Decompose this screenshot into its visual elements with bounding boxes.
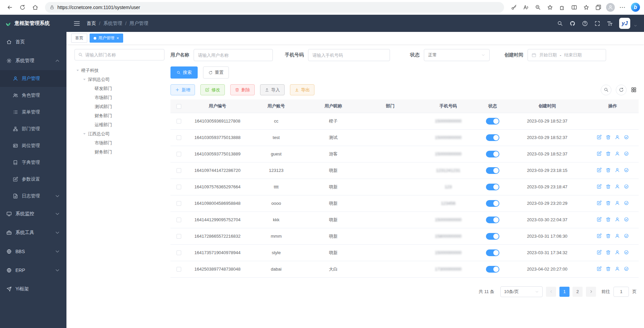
reset-password-icon[interactable] bbox=[615, 135, 620, 140]
tree-node[interactable]: 运维部门 bbox=[75, 120, 164, 129]
edit-icon[interactable] bbox=[597, 217, 602, 222]
favorites-star-icon[interactable] bbox=[544, 2, 556, 13]
reset-password-icon[interactable] bbox=[615, 184, 620, 189]
status-toggle[interactable] bbox=[486, 249, 499, 256]
date-range-picker[interactable]: 开始日期 - 结束日期 bbox=[528, 49, 606, 61]
delete-button[interactable]: 删除 bbox=[230, 84, 255, 95]
row-checkbox[interactable] bbox=[177, 267, 181, 272]
sidebar-item-yi-framework[interactable]: Yi框架 bbox=[0, 280, 66, 298]
username-input[interactable] bbox=[194, 49, 273, 61]
sidebar-item-role-mgmt[interactable]: 角色管理 bbox=[0, 87, 66, 104]
reset-password-icon[interactable] bbox=[615, 217, 620, 222]
reset-button[interactable]: 重置 bbox=[203, 66, 229, 79]
sidebar-item-tools[interactable]: 系统工具 bbox=[0, 223, 66, 242]
github-icon[interactable] bbox=[569, 20, 576, 27]
assign-role-icon[interactable] bbox=[624, 184, 629, 189]
status-toggle[interactable] bbox=[486, 217, 499, 223]
dept-search-input[interactable] bbox=[85, 52, 161, 57]
assign-role-icon[interactable] bbox=[624, 168, 629, 173]
row-checkbox[interactable] bbox=[177, 185, 181, 189]
import-button[interactable]: 导入 bbox=[260, 84, 285, 95]
reset-password-icon[interactable] bbox=[615, 200, 620, 205]
assign-role-icon[interactable] bbox=[624, 250, 629, 255]
tree-node[interactable]: 江西总公司 bbox=[75, 129, 164, 138]
sidebar-item-dept-mgmt[interactable]: 部门管理 bbox=[0, 121, 66, 137]
page-size-select[interactable]: 10条/页 bbox=[500, 286, 543, 297]
row-checkbox[interactable] bbox=[177, 168, 181, 173]
zoom-icon[interactable] bbox=[532, 2, 544, 13]
browser-profile-avatar[interactable] bbox=[606, 3, 615, 12]
font-size-icon[interactable] bbox=[607, 20, 613, 27]
edit-icon[interactable] bbox=[597, 168, 602, 173]
fullscreen-icon[interactable] bbox=[594, 20, 600, 27]
tree-node[interactable]: 研发部门 bbox=[75, 84, 164, 93]
row-checkbox[interactable] bbox=[177, 119, 181, 124]
page-number-button[interactable]: 1 bbox=[559, 287, 569, 297]
favorites-bar-icon[interactable] bbox=[581, 2, 592, 13]
assign-role-icon[interactable] bbox=[624, 135, 629, 140]
tree-node[interactable]: 财务部门 bbox=[75, 147, 164, 156]
tree-node[interactable]: 市场部门 bbox=[75, 93, 164, 102]
sidebar-item-menu-mgmt[interactable]: 菜单管理 bbox=[0, 104, 66, 121]
browser-back-button[interactable] bbox=[4, 2, 15, 13]
sidebar-item-system[interactable]: 系统管理 bbox=[0, 51, 66, 70]
search-button[interactable]: 搜索 bbox=[170, 66, 198, 79]
goto-page-input[interactable] bbox=[613, 287, 629, 297]
add-button[interactable]: 新增 bbox=[170, 84, 195, 95]
select-all-checkbox[interactable] bbox=[177, 104, 181, 109]
delete-icon[interactable] bbox=[606, 266, 611, 271]
row-checkbox[interactable] bbox=[177, 218, 181, 222]
edit-icon[interactable] bbox=[597, 200, 602, 205]
delete-icon[interactable] bbox=[606, 200, 611, 205]
status-toggle[interactable] bbox=[486, 233, 499, 240]
breadcrumb-item[interactable]: 首页 bbox=[87, 20, 96, 27]
edit-icon[interactable] bbox=[597, 135, 602, 140]
tab-home[interactable]: 首页 bbox=[71, 34, 87, 43]
read-aloud-icon[interactable] bbox=[520, 2, 532, 13]
edit-icon[interactable] bbox=[597, 233, 602, 238]
status-toggle[interactable] bbox=[486, 167, 499, 174]
edit-icon[interactable] bbox=[597, 266, 602, 271]
export-button[interactable]: 导出 bbox=[290, 84, 314, 95]
assign-role-icon[interactable] bbox=[624, 151, 629, 156]
phone-input[interactable] bbox=[308, 49, 390, 61]
browser-menu-icon[interactable]: ⋯ bbox=[617, 2, 628, 13]
delete-icon[interactable] bbox=[606, 250, 611, 255]
extensions-icon[interactable] bbox=[556, 2, 568, 13]
row-checkbox[interactable] bbox=[177, 135, 181, 140]
modify-button[interactable]: 修改 bbox=[200, 84, 225, 95]
sidebar-item-home[interactable]: 首页 bbox=[0, 33, 66, 51]
assign-role-icon[interactable] bbox=[624, 200, 629, 205]
status-toggle[interactable] bbox=[486, 266, 499, 273]
reset-password-icon[interactable] bbox=[615, 250, 620, 255]
address-bar[interactable]: https://ccnetcore.com:1101/system/user bbox=[45, 2, 504, 13]
collections-icon[interactable] bbox=[593, 2, 604, 13]
tree-node[interactable]: 市场部门 bbox=[75, 138, 164, 147]
delete-icon[interactable] bbox=[606, 184, 611, 189]
sidebar-item-monitor[interactable]: 系统监控 bbox=[0, 204, 66, 223]
edit-icon[interactable] bbox=[597, 250, 602, 255]
status-toggle[interactable] bbox=[486, 200, 499, 207]
sidebar-item-log-mgmt[interactable]: 日志管理 bbox=[0, 188, 66, 204]
tree-node[interactable]: 深圳总公司 bbox=[75, 75, 164, 84]
sidebar-item-user-mgmt[interactable]: 用户管理 bbox=[0, 70, 66, 87]
docs-question-icon[interactable] bbox=[582, 20, 588, 27]
delete-icon[interactable] bbox=[606, 168, 611, 173]
prev-page-button[interactable] bbox=[546, 287, 556, 297]
toggle-search-icon[interactable] bbox=[601, 85, 611, 95]
sidebar-item-post-mgmt[interactable]: 岗位管理 bbox=[0, 137, 66, 154]
assign-role-icon[interactable] bbox=[624, 233, 629, 238]
row-checkbox[interactable] bbox=[177, 201, 181, 206]
assign-role-icon[interactable] bbox=[624, 217, 629, 222]
delete-icon[interactable] bbox=[606, 233, 611, 238]
edit-icon[interactable] bbox=[597, 151, 602, 156]
delete-icon[interactable] bbox=[606, 217, 611, 222]
reset-password-icon[interactable] bbox=[615, 233, 620, 238]
edit-icon[interactable] bbox=[597, 184, 602, 189]
user-avatar[interactable]: yJ bbox=[619, 18, 630, 29]
sidebar-item-param-settings[interactable]: 参数设置 bbox=[0, 171, 66, 188]
collapse-menu-icon[interactable] bbox=[73, 20, 81, 27]
split-screen-icon[interactable] bbox=[568, 2, 580, 13]
tab-close-icon[interactable]: × bbox=[116, 36, 119, 40]
tree-node[interactable]: 财务部门 bbox=[75, 111, 164, 120]
